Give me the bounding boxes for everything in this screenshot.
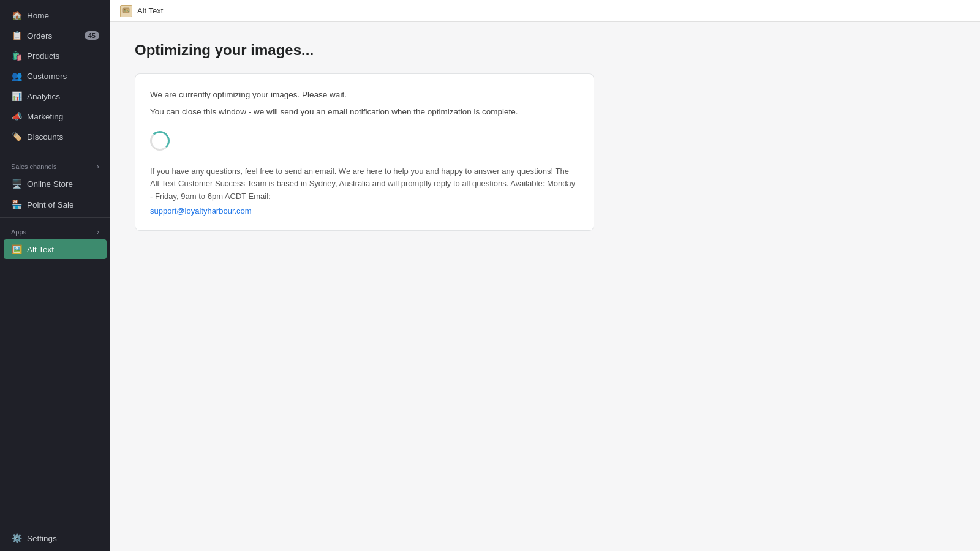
divider-2 — [0, 217, 110, 218]
topbar: Alt Text — [110, 0, 980, 22]
topbar-app-icon — [120, 5, 132, 17]
point-of-sale-icon: 🏪 — [11, 199, 22, 210]
sales-channels-chevron-icon: › — [97, 162, 99, 171]
sidebar-item-home[interactable]: 🏠 Home — [4, 6, 107, 25]
card-text-1: We are currently optimizing your images.… — [150, 89, 579, 101]
sidebar-item-label: Alt Text — [27, 245, 54, 254]
sidebar-item-products[interactable]: 🛍️ Products — [4, 46, 107, 66]
orders-icon: 📋 — [11, 30, 22, 41]
sidebar-item-point-of-sale[interactable]: 🏪 Point of Sale — [4, 195, 107, 214]
topbar-title: Alt Text — [137, 6, 163, 15]
sidebar-item-label: Home — [27, 11, 49, 20]
info-card: We are currently optimizing your images.… — [135, 73, 594, 231]
sidebar-item-label: Point of Sale — [27, 200, 74, 209]
marketing-icon: 📣 — [11, 111, 22, 122]
sidebar-item-orders[interactable]: 📋 Orders 45 — [4, 26, 107, 45]
customers-icon: 👥 — [11, 70, 22, 81]
sidebar-item-label: Orders — [27, 31, 52, 40]
apps-chevron-icon: › — [97, 228, 99, 236]
sidebar-item-analytics[interactable]: 📊 Analytics — [4, 86, 107, 106]
analytics-icon: 📊 — [11, 91, 22, 102]
svg-point-1 — [124, 9, 125, 10]
spinner-container — [150, 131, 579, 151]
svg-rect-0 — [123, 8, 129, 13]
content-area: Optimizing your images... We are current… — [110, 22, 980, 551]
sidebar-item-label: Marketing — [27, 112, 63, 121]
loading-spinner — [150, 131, 170, 151]
sidebar-item-online-store[interactable]: 🖥️ Online Store — [4, 174, 107, 193]
card-body-text: If you have any questions, feel free to … — [150, 165, 579, 203]
sidebar: 🏠 Home 📋 Orders 45 🛍️ Products 👥 Custome… — [0, 0, 110, 551]
settings-icon: ⚙️ — [11, 533, 22, 544]
sidebar-item-settings[interactable]: ⚙️ Settings — [4, 528, 107, 548]
sidebar-item-label: Products — [27, 51, 59, 61]
card-text-2: You can close this window - we will send… — [150, 106, 579, 118]
support-email-link[interactable]: support@loyaltyharbour.com — [150, 206, 252, 216]
sales-channels-label: Sales channels — [11, 163, 57, 170]
apps-section[interactable]: Apps › — [0, 220, 110, 239]
sidebar-item-marketing[interactable]: 📣 Marketing — [4, 107, 107, 126]
products-icon: 🛍️ — [11, 50, 22, 61]
sales-channels-section[interactable]: Sales channels › — [0, 155, 110, 173]
online-store-icon: 🖥️ — [11, 178, 22, 189]
alt-text-icon: 🖼️ — [11, 244, 22, 255]
divider-1 — [0, 152, 110, 152]
apps-label: Apps — [11, 228, 26, 236]
sidebar-item-label: Online Store — [27, 179, 73, 189]
home-icon: 🏠 — [11, 10, 22, 21]
sidebar-item-label: Discounts — [27, 132, 63, 141]
sidebar-item-label: Customers — [27, 72, 67, 81]
orders-badge: 45 — [85, 31, 99, 40]
sidebar-item-customers[interactable]: 👥 Customers — [4, 66, 107, 86]
discounts-icon: 🏷️ — [11, 131, 22, 142]
sidebar-item-label: Analytics — [27, 92, 60, 101]
sidebar-item-label: Settings — [27, 534, 57, 543]
sidebar-bottom: ⚙️ Settings — [0, 525, 110, 551]
sidebar-item-alt-text[interactable]: 🖼️ Alt Text — [4, 239, 107, 259]
sidebar-item-discounts[interactable]: 🏷️ Discounts — [4, 127, 107, 146]
page-title: Optimizing your images... — [135, 42, 956, 59]
main-area: Alt Text Optimizing your images... We ar… — [110, 0, 980, 551]
